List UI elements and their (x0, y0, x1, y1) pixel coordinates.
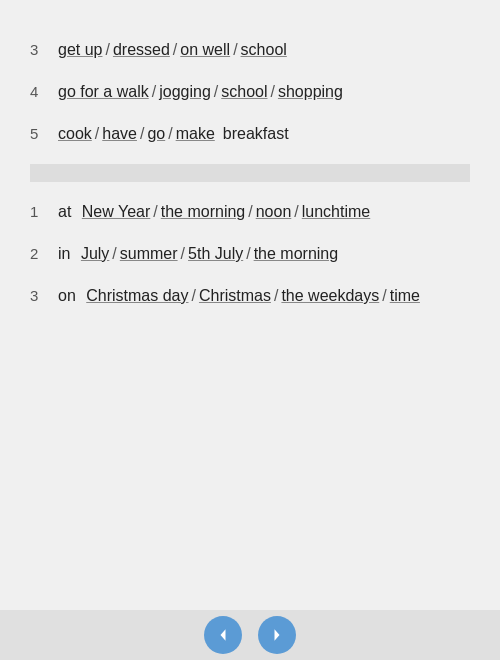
item-number: 2 (30, 243, 58, 266)
separator: / (112, 242, 116, 266)
word-the-weekdays: the weekdays (281, 284, 379, 308)
separator: / (274, 284, 278, 308)
word-at: at (58, 200, 71, 224)
exercise-item-4: 4 go for a walk / jogging / school / sho… (30, 80, 470, 104)
separator: / (95, 122, 99, 146)
exercise-item-s2-2: 2 in July / summer / 5th July / the morn… (30, 242, 470, 266)
word-in: in (58, 242, 70, 266)
item-content: in July / summer / 5th July / the mornin… (58, 242, 338, 266)
item-number: 3 (30, 285, 58, 308)
separator: / (214, 80, 218, 104)
word-school-2: school (221, 80, 267, 104)
item-content: get up / dressed / on well / school (58, 38, 287, 62)
separator: / (140, 122, 144, 146)
exercise-item-5: 5 cook / have / go / make breakfast (30, 122, 470, 146)
page-container: 3 get up / dressed / on well / school 4 … (30, 38, 470, 308)
word-breakfast: breakfast (223, 122, 289, 146)
word-make: make (176, 122, 215, 146)
word-christmas: Christmas (199, 284, 271, 308)
separator (73, 242, 77, 266)
separator (74, 200, 78, 224)
exercise-item-s2-3: 3 on Christmas day / Christmas / the wee… (30, 284, 470, 308)
word-time: time (390, 284, 420, 308)
word-on-well: on well (180, 38, 230, 62)
word-get-up: get up (58, 38, 102, 62)
word-jogging: jogging (159, 80, 211, 104)
word-shopping: shopping (278, 80, 343, 104)
item-content: go for a walk / jogging / school / shopp… (58, 80, 343, 104)
separator: / (105, 38, 109, 62)
item-content: cook / have / go / make breakfast (58, 122, 289, 146)
word-the-morning-2: the morning (254, 242, 339, 266)
separator: / (153, 200, 157, 224)
item-number: 4 (30, 81, 58, 104)
forward-icon (267, 625, 287, 645)
separator: / (248, 200, 252, 224)
bottom-nav-bar (0, 610, 500, 660)
word-july: July (81, 242, 109, 266)
word-dressed: dressed (113, 38, 170, 62)
word-christmas-day: Christmas day (86, 284, 188, 308)
back-button[interactable] (204, 616, 242, 654)
separator: / (152, 80, 156, 104)
separator: / (173, 38, 177, 62)
separator: / (168, 122, 172, 146)
separator: / (192, 284, 196, 308)
separator: / (246, 242, 250, 266)
word-new-year: New Year (82, 200, 151, 224)
forward-button[interactable] (258, 616, 296, 654)
section-divider (30, 164, 470, 182)
section-1: 3 get up / dressed / on well / school 4 … (30, 38, 470, 146)
separator: / (233, 38, 237, 62)
exercise-item-3: 3 get up / dressed / on well / school (30, 38, 470, 62)
separator: / (382, 284, 386, 308)
word-have: have (102, 122, 137, 146)
section-2: 1 at New Year / the morning / noon / lun… (30, 200, 470, 308)
word-lunchtime: lunchtime (302, 200, 370, 224)
item-content: at New Year / the morning / noon / lunch… (58, 200, 370, 224)
separator: / (294, 200, 298, 224)
word-on: on (58, 284, 76, 308)
word-go-for-a-walk: go for a walk (58, 80, 149, 104)
item-number: 5 (30, 123, 58, 146)
word-5th-july: 5th July (188, 242, 243, 266)
back-icon (213, 625, 233, 645)
item-number: 3 (30, 39, 58, 62)
svg-marker-1 (275, 629, 280, 641)
svg-marker-0 (221, 629, 226, 641)
item-content: on Christmas day / Christmas / the weekd… (58, 284, 420, 308)
word-go: go (147, 122, 165, 146)
word-noon: noon (256, 200, 292, 224)
separator (79, 284, 83, 308)
exercise-item-s2-1: 1 at New Year / the morning / noon / lun… (30, 200, 470, 224)
word-school: school (241, 38, 287, 62)
separator: / (270, 80, 274, 104)
word-the-morning: the morning (161, 200, 246, 224)
word-summer: summer (120, 242, 178, 266)
separator: / (181, 242, 185, 266)
item-number: 1 (30, 201, 58, 224)
word-cook: cook (58, 122, 92, 146)
